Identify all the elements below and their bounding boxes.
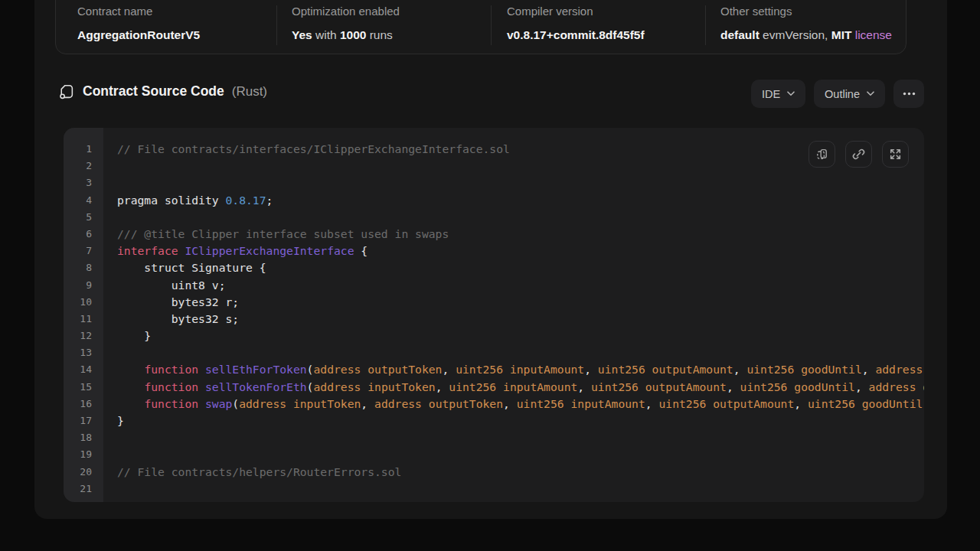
ellipsis-icon — [903, 92, 916, 96]
line-number: 15 — [64, 379, 103, 396]
line-number: 20 — [64, 464, 103, 481]
chevron-down-icon — [867, 91, 874, 96]
code-line — [117, 209, 924, 226]
line-number: 7 — [64, 243, 103, 259]
copy-icon — [815, 147, 829, 161]
line-number: 9 — [64, 277, 103, 294]
code-line: function swap(address inputToken, addres… — [117, 396, 924, 412]
expand-icon — [888, 147, 903, 161]
source-code-viewer: 123456789101112131415161718192021 // Fil… — [64, 128, 924, 502]
code-line: // File contracts/interfaces/IClipperExc… — [117, 141, 924, 158]
code-line: struct Signature { — [117, 259, 924, 276]
meta-field-value: Yes with 1000 runs — [292, 28, 400, 42]
meta-divider — [705, 5, 706, 45]
meta-field-label: Optimization enabled — [292, 4, 400, 18]
meta-value-text: evmVersion, — [760, 28, 831, 41]
license-link[interactable]: license — [855, 28, 892, 41]
line-number: 10 — [64, 294, 103, 311]
line-number: 4 — [64, 192, 103, 209]
file-code-icon — [57, 83, 75, 100]
ide-dropdown-button[interactable]: IDE — [751, 80, 805, 108]
more-options-button[interactable] — [893, 80, 924, 108]
permalink-button[interactable] — [845, 141, 872, 168]
code-line: bytes32 s; — [117, 311, 924, 328]
line-number: 12 — [64, 328, 103, 344]
line-number: 2 — [64, 158, 103, 174]
meta-field: Compiler versionv0.8.17+commit.8df45f5f — [507, 4, 645, 42]
code-line: interface IClipperExchangeInterface { — [117, 243, 924, 259]
meta-field-label: Contract name — [77, 4, 200, 18]
meta-value-text: default — [720, 28, 760, 41]
meta-divider — [276, 5, 277, 45]
line-number: 18 — [64, 429, 103, 446]
meta-divider — [491, 5, 492, 45]
code-line: } — [117, 328, 924, 344]
meta-field-value: AggregationRouterV5 — [77, 28, 200, 42]
meta-value-text: Yes — [292, 28, 312, 41]
meta-field-label: Other settings — [720, 4, 892, 18]
contract-meta-card: Contract nameAggregationRouterV5Optimiza… — [55, 0, 906, 54]
code-area[interactable]: // File contracts/interfaces/IClipperExc… — [103, 128, 924, 502]
meta-value-text: 1000 — [340, 28, 366, 41]
meta-field: Other settingsdefault evmVersion, MIT li… — [720, 4, 892, 42]
line-number: 3 — [64, 174, 103, 191]
line-number: 19 — [64, 446, 103, 463]
ide-dropdown-label: IDE — [762, 88, 780, 100]
meta-field: Optimization enabledYes with 1000 runs — [292, 4, 400, 42]
line-number: 8 — [64, 259, 103, 276]
line-number: 17 — [64, 412, 103, 429]
meta-field: Contract nameAggregationRouterV5 — [77, 4, 200, 42]
code-line — [117, 158, 924, 174]
line-number: 5 — [64, 209, 103, 226]
meta-value-text: v0.8.17+commit.8df45f5f — [507, 28, 645, 41]
code-line — [117, 429, 924, 446]
code-line — [117, 446, 924, 463]
expand-fullscreen-button[interactable] — [882, 141, 909, 168]
chevron-down-icon — [787, 91, 795, 96]
outline-dropdown-label: Outline — [825, 88, 860, 100]
meta-value-text: MIT — [831, 28, 852, 41]
meta-field-label: Compiler version — [507, 4, 645, 18]
section-header: Contract Source Code (Rust) — [57, 83, 267, 100]
code-line: function sellEthForToken(address outputT… — [117, 361, 924, 378]
code-line — [117, 481, 924, 497]
section-title: Contract Source Code — [83, 83, 224, 99]
meta-field-value: default evmVersion, MIT license — [720, 28, 892, 42]
line-number: 6 — [64, 226, 103, 243]
meta-value-text: AggregationRouterV5 — [77, 28, 200, 41]
code-line: pragma solidity 0.8.17; — [117, 192, 924, 209]
code-line: // File contracts/helpers/RouterErrors.s… — [117, 464, 924, 481]
meta-value-text: with — [312, 28, 340, 41]
code-line: bytes32 r; — [117, 294, 924, 311]
outline-dropdown-button[interactable]: Outline — [814, 80, 885, 108]
line-number: 14 — [64, 361, 103, 378]
contract-panel: Contract nameAggregationRouterV5Optimiza… — [34, 0, 947, 519]
section-language-label: (Rust) — [232, 84, 267, 99]
meta-field-value: v0.8.17+commit.8df45f5f — [507, 28, 645, 42]
code-line: } — [117, 412, 924, 429]
line-number: 1 — [64, 141, 103, 158]
line-number: 13 — [64, 344, 103, 361]
line-number: 21 — [64, 481, 103, 497]
code-line — [117, 344, 924, 361]
line-number-gutter: 123456789101112131415161718192021 — [64, 128, 103, 502]
code-line — [117, 174, 924, 191]
line-number: 11 — [64, 311, 103, 328]
code-line: uint8 v; — [117, 277, 924, 294]
meta-value-text: runs — [366, 28, 392, 41]
copy-code-button[interactable] — [808, 141, 835, 168]
line-number: 16 — [64, 396, 103, 412]
link-icon — [851, 147, 866, 161]
code-line: /// @title Clipper interface subset used… — [117, 226, 924, 243]
code-line: function sellTokenForEth(address inputTo… — [117, 379, 924, 396]
